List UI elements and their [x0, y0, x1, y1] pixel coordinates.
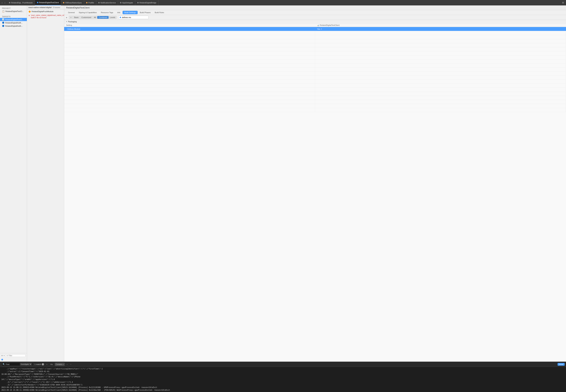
search-dot-icon	[120, 17, 121, 18]
filter-tab-combined[interactable]: Combined	[97, 16, 108, 19]
empty-row-cell-right	[315, 47, 566, 51]
add-filter-button[interactable]: +	[66, 16, 67, 19]
log-add-button[interactable]: +	[45, 363, 48, 366]
tab-notification[interactable]: NotificationService	[96, 0, 118, 5]
empty-row	[64, 35, 566, 39]
project-panel-footer: + − ⚙	[0, 353, 27, 358]
target-item-target-2[interactable]: 🔵RelatedDigitalNotifi...	[0, 21, 27, 24]
log-content: ,\"appKey\":\"rniostestapp\",\"os\":\"io…	[0, 367, 566, 392]
settings-tab-info[interactable]: Info	[115, 11, 122, 14]
sidebar-item-push-module[interactable]: 🔶 RelatedDigitalPushModule	[27, 10, 64, 14]
settings-row-defines-module[interactable]: › Defines Module Yes ⬍	[64, 27, 566, 31]
col-header-value: 📊 RelatedDigitalTestClient	[315, 24, 566, 27]
empty-row-cell-left	[64, 92, 315, 96]
project-item-test-client[interactable]: 📋 RelatedDigitalTestCl...	[0, 10, 27, 13]
filter-icon: ⚙	[6, 355, 8, 357]
sidebar-item-error[interactable]: ✕ 'react_native_related_digital/react_na…	[27, 14, 64, 20]
filter-tab-basic[interactable]: Basic	[73, 16, 80, 19]
empty-row-cell-right	[315, 100, 566, 104]
tab-push-module[interactable]: RelatedDigi...PushModule	[7, 0, 35, 5]
target-items: 📊RelatedDigitalTestCl...🔵RelatedDigitalN…	[0, 18, 27, 28]
targets-section: TARGETS 📊RelatedDigitalTestCl...🔵Related…	[0, 15, 27, 28]
target-filter-input[interactable]	[8, 355, 17, 357]
settings-tab-build-rules[interactable]: Build Rules	[153, 11, 166, 14]
empty-row-cell-right	[315, 68, 566, 71]
empty-row-cell-left	[64, 59, 315, 63]
log-done-button[interactable]: Done	[558, 363, 565, 366]
tab-nav-back[interactable]: ‹	[1, 1, 3, 4]
empty-row	[64, 47, 566, 51]
log-next-button[interactable]: ›	[70, 363, 72, 366]
section-header-packaging[interactable]: ▾ Packaging	[64, 20, 566, 24]
search-input[interactable]	[122, 16, 147, 18]
settings-tab-build-phases[interactable]: Build Phases	[138, 11, 153, 14]
settings-tab-signing[interactable]: Signing & Capabilities	[77, 11, 99, 14]
project-name: react-native-related-digital	[28, 6, 52, 8]
log-match-area: 1 match ✕	[34, 363, 44, 365]
project-item-label: RelatedDigitalTestCl...	[5, 10, 24, 12]
filter-tab-all[interactable]: All	[93, 16, 97, 19]
empty-row-cell-left	[64, 80, 315, 84]
filter-tab-levels[interactable]: Levels	[109, 16, 117, 19]
log-panel: 🔍 Investigate 1 match ✕ + Aa Contains ▾ …	[0, 362, 566, 392]
tab-app-delegate[interactable]: AppDelegate	[118, 0, 135, 5]
target-item-target-3[interactable]: 🔵RelatedDigitalNotifi...	[0, 24, 27, 28]
tab-nav-forward[interactable]: ›	[4, 1, 6, 4]
log-line: ,\"extra\":{\"ConsentTime\":\"2029-01-01	[1, 370, 565, 373]
project-panel: PROJECT 📋 RelatedDigitalTestCl... TARGET…	[0, 5, 27, 362]
settings-tab-build-settings[interactable]: Build Settings	[123, 11, 138, 14]
empty-row	[64, 104, 566, 108]
log-search-input[interactable]	[6, 363, 19, 365]
tab-test-client[interactable]: RelatedDigitalTestClient	[35, 0, 61, 5]
main-area: react-native-related-digital 2 issues 🔶 …	[0, 5, 566, 362]
chart-icon: 📊	[317, 24, 319, 26]
search-box	[118, 16, 149, 19]
target-item-target-1[interactable]: 📊RelatedDigitalTestCl...	[0, 18, 27, 21]
tab-podfile[interactable]: Podfile	[84, 0, 96, 5]
log-toolbar: 🔍 Investigate 1 match ✕ + Aa Contains ▾ …	[0, 362, 566, 367]
tab-label-push-module: RelatedDigi...PushModule	[11, 2, 33, 4]
split-view-button[interactable]: ⊞	[561, 1, 565, 4]
targets-section-title: TARGETS	[0, 15, 27, 18]
log-contains-label: Contains	[56, 364, 62, 365]
empty-row	[64, 71, 566, 76]
empty-row-cell-left	[64, 39, 315, 43]
col-setting-label: Setting	[66, 24, 72, 26]
empty-row-cell-left	[64, 108, 315, 112]
empty-row-cell-right	[315, 55, 566, 59]
log-match-clear-button[interactable]: ✕	[42, 363, 44, 365]
log-prev-button[interactable]: ‹	[66, 363, 68, 366]
row-value-text: Yes	[317, 28, 320, 30]
project-icon: 📋	[2, 10, 5, 13]
filter-toolbar: + +BasicCustomizedAllCombinedLevels	[64, 15, 566, 20]
tab-dot-notification	[98, 2, 100, 3]
add-target-button[interactable]: +	[1, 354, 3, 357]
filter-tab-add-filter[interactable]: +	[69, 16, 73, 19]
empty-row-cell-right	[315, 92, 566, 96]
empty-row	[64, 108, 566, 112]
empty-row-cell-right	[315, 88, 566, 92]
tab-bridge[interactable]: RelatedDigitalBridge	[135, 0, 158, 5]
log-case-button[interactable]: Aa	[50, 363, 54, 366]
row-value: Yes ⬍	[317, 28, 322, 30]
tab-dot-app-delegate	[120, 2, 121, 3]
settings-tab-general[interactable]: General	[66, 11, 76, 14]
filter-tab-customized[interactable]: Customized	[80, 16, 93, 19]
tab-fb-react[interactable]: FBReactNativeSpec	[61, 0, 84, 5]
sidebar-item-label: RelatedDigitalPushModule	[32, 10, 54, 13]
empty-row	[64, 84, 566, 88]
empty-row-cell-left	[64, 68, 315, 71]
remove-target-button[interactable]: −	[3, 354, 5, 357]
empty-row	[64, 68, 566, 71]
log-line: .1\",\"identifierForVendor\":\"5C6026539…	[1, 384, 565, 386]
log-line: 14\",\"deviceType\":\"arm64\",\"appVersi…	[1, 378, 565, 381]
empty-row-cell-right	[315, 31, 566, 35]
log-line: ,\"appKey\":\"rniostestapp\",\"os\":\"io…	[1, 367, 565, 370]
log-line: 2023-09-15 15:08:11.399015+0300 RelatedD…	[1, 386, 565, 389]
recording-dot	[1, 359, 3, 360]
empty-row	[64, 55, 566, 59]
log-search-icon: 🔍	[2, 363, 5, 365]
log-mode-select[interactable]: Investigate	[20, 363, 32, 365]
settings-tab-resource[interactable]: Resource Tags	[99, 11, 115, 14]
settings-table: ▾ Packaging Setting 📊 RelatedDigitalTest…	[64, 20, 566, 362]
